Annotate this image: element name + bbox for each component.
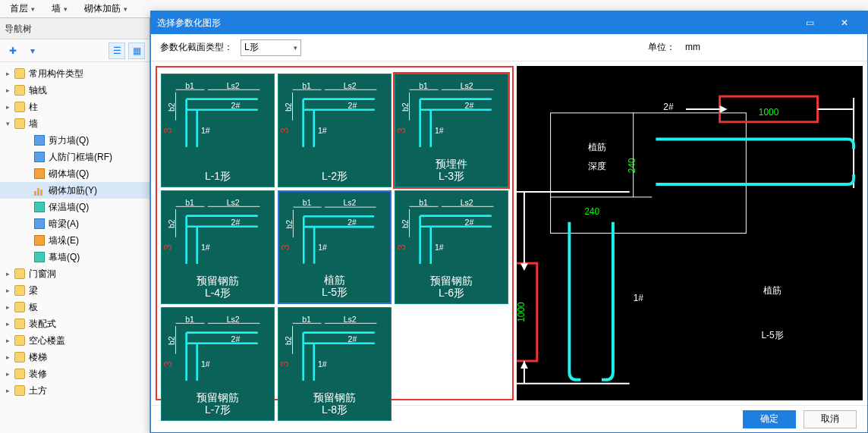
section-type-combo[interactable]: L形 ▾ <box>241 39 301 56</box>
tree-spacer <box>23 152 32 162</box>
svg-text:1#: 1# <box>435 243 444 252</box>
svg-text:Ls2: Ls2 <box>461 81 473 90</box>
thumb-label: L-2形 <box>278 170 391 182</box>
orange-icon <box>33 234 46 246</box>
tree-toggle-icon[interactable]: ▾ <box>3 119 12 128</box>
svg-text:2#: 2# <box>348 101 357 110</box>
component-tree[interactable]: ▸常用构件类型▸轴线▸柱▾墙剪力墙(Q)人防门框墙(RF)砌体墙(Q)砌体加筋(… <box>0 62 149 433</box>
shape-thumb[interactable]: 3 b1 Ls2 b2 2# 1# 预留钢筋 L-7形 <box>161 307 275 421</box>
tree-item[interactable]: ▸轴线 <box>0 82 149 99</box>
depth-l1: 植筋 <box>588 142 606 152</box>
add-icon[interactable]: ✚ <box>5 42 21 59</box>
tree-toggle-icon[interactable]: ▸ <box>3 353 12 362</box>
tree-toggle-icon[interactable]: ▸ <box>3 86 12 95</box>
shape-thumb[interactable]: 3 b1 Ls2 b2 2# 1# 预留钢筋 L-4形 <box>161 190 275 304</box>
tree-item[interactable]: ▸板 <box>0 299 149 315</box>
tree-toggle-icon[interactable]: ▸ <box>3 369 12 378</box>
tree-item[interactable]: ▸土方 <box>0 382 149 399</box>
param-label: 参数化截面类型： <box>160 41 233 54</box>
preview-pane[interactable]: 1000 1000 240 240 2# 1# 植筋 深度 <box>517 66 863 400</box>
tree-item[interactable]: ▸门窗洞 <box>0 265 149 282</box>
tree-spacer <box>23 253 32 262</box>
tree-toggle-icon[interactable]: ▸ <box>3 386 12 395</box>
tree-item[interactable]: ▸空心楼盖 <box>0 332 149 349</box>
tree-item-label: 空心楼盖 <box>29 334 65 347</box>
preview-title-1: 植筋 <box>763 285 782 296</box>
tree-item-label: 人防门框墙(RF) <box>49 151 112 164</box>
blue-icon <box>33 218 46 230</box>
tree-item[interactable]: ▸装配式 <box>0 315 149 332</box>
tree-item[interactable]: 人防门框墙(RF) <box>0 149 149 165</box>
svg-text:b2: b2 <box>401 102 410 111</box>
thumb-diagram: b1 Ls2 b2 2# 1# <box>401 197 502 275</box>
thumb-diagram: b1 Ls2 b2 2# 1# <box>285 314 385 391</box>
tree-spacer <box>23 169 32 178</box>
tree-toggle-icon[interactable]: ▸ <box>3 286 12 295</box>
shape-thumb[interactable]: 3 b1 Ls2 b2 2# 1# 植筋 L-5形 <box>278 190 392 304</box>
shape-thumb[interactable]: 3 b1 Ls2 b2 2# 1# 预留钢筋 L-6形 <box>395 190 508 304</box>
cancel-button[interactable]: 取消 <box>804 410 857 428</box>
maximize-button[interactable]: ▭ <box>793 12 826 33</box>
tree-item[interactable]: ▸常用构件类型 <box>0 65 149 82</box>
thumb-diagram: b1 Ls2 b2 2# 1# <box>401 80 502 158</box>
svg-text:b2: b2 <box>168 336 176 345</box>
svg-text:b1: b1 <box>185 315 194 324</box>
chevron-down-icon: ▾ <box>64 5 68 13</box>
tree-item-label: 柱 <box>29 101 38 114</box>
tree-item[interactable]: ▸楼梯 <box>0 349 149 366</box>
tree-toggle-icon[interactable]: ▸ <box>3 336 12 345</box>
shape-thumb[interactable]: 3 b1 Ls2 b2 2# 1# 预埋件 L-3形 <box>395 74 508 187</box>
tree-item[interactable]: 砌体墙(Q) <box>0 165 149 182</box>
tree-item[interactable]: 保温墙(Q) <box>0 199 149 215</box>
svg-text:2#: 2# <box>348 334 357 344</box>
tag-1: 1# <box>634 293 644 303</box>
tree-toggle-icon[interactable]: ▸ <box>3 319 12 328</box>
tree-item[interactable]: ▸装修 <box>0 366 149 382</box>
toolbar-floor-combo[interactable]: 首层▾ <box>3 1 42 17</box>
tree-item[interactable]: ▸梁 <box>0 282 149 299</box>
tree-item[interactable]: ▸柱 <box>0 99 149 115</box>
folder-icon <box>14 318 26 330</box>
shape-thumb[interactable]: 3 b1 Ls2 b2 2# 1# L-2形 <box>278 74 392 187</box>
ok-button[interactable]: 确定 <box>743 410 796 428</box>
tree-toggle-icon[interactable]: ▸ <box>3 269 12 278</box>
tree-spacer <box>23 136 32 145</box>
tree-toggle-icon[interactable]: ▸ <box>3 102 12 111</box>
shape-thumb[interactable]: 3 b1 Ls2 b2 2# 1# L-1形 <box>161 74 275 187</box>
grid-view-icon[interactable]: ▦ <box>128 42 145 59</box>
close-button[interactable]: ✕ <box>828 12 861 33</box>
thumb-label: 预留钢筋 L-8形 <box>278 391 391 416</box>
list-view-icon[interactable]: ☰ <box>108 42 125 59</box>
dialog-title-text: 选择参数化图形 <box>157 17 221 30</box>
tree-item-label: 轴线 <box>29 84 47 97</box>
tree-item[interactable]: 幕墙(Q) <box>0 249 149 265</box>
tree-item[interactable]: 暗梁(A) <box>0 215 149 232</box>
dropdown-icon[interactable]: ▾ <box>24 42 41 59</box>
svg-text:b1: b1 <box>302 81 311 90</box>
tree-toggle-icon[interactable]: ▸ <box>3 69 12 78</box>
tree-item[interactable]: 剪力墙(Q) <box>0 132 149 149</box>
svg-text:1#: 1# <box>201 126 210 135</box>
tree-item-label: 楼梯 <box>29 351 47 364</box>
tree-item[interactable]: 砌体加筋(Y) <box>0 182 149 199</box>
folder-icon <box>14 284 26 297</box>
chevron-down-icon: ▾ <box>124 5 127 13</box>
thumb-label: 植筋 L-5形 <box>279 274 390 298</box>
svg-text:b1: b1 <box>302 315 311 324</box>
svg-text:b1: b1 <box>419 198 428 207</box>
tree-item[interactable]: 墙垛(E) <box>0 232 149 249</box>
thumbnail-grid: 3 b1 Ls2 b2 2# 1# L-1形3 b1 Ls2 b2 2# <box>156 66 514 400</box>
tree-item[interactable]: ▾墙 <box>0 115 149 132</box>
thumb-label: 预留钢筋 L-7形 <box>162 391 274 416</box>
toolbar-wall-label: 墙 <box>52 2 61 15</box>
svg-text:b1: b1 <box>303 199 312 207</box>
tree-item-label: 幕墙(Q) <box>49 251 80 264</box>
dialog-titlebar[interactable]: 选择参数化图形 ▭ ✕ <box>151 11 867 34</box>
toolbar-rebar-combo[interactable]: 砌体加筋▾ <box>77 1 134 17</box>
svg-text:b2: b2 <box>401 219 410 228</box>
tree-item-label: 装修 <box>29 368 47 381</box>
shape-thumb[interactable]: 3 b1 Ls2 b2 2# 1# 预留钢筋 L-8形 <box>278 307 392 421</box>
tree-toggle-icon[interactable]: ▸ <box>3 303 12 312</box>
toolbar-wall-combo[interactable]: 墙▾ <box>45 1 74 17</box>
tree-item-label: 土方 <box>29 384 47 397</box>
